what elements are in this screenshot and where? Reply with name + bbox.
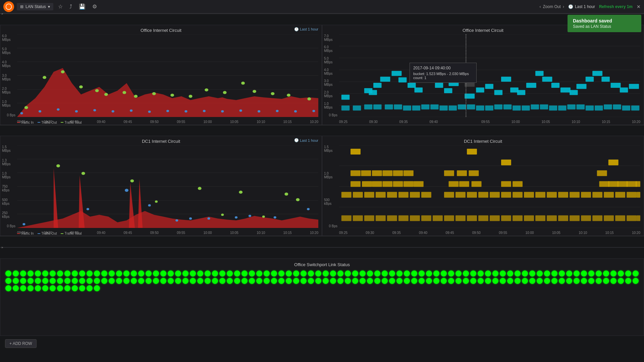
link-status-dot — [35, 285, 41, 291]
svg-rect-206 — [524, 192, 534, 198]
link-status-dot — [374, 278, 380, 284]
link-status-title: Office Switchport Link Status — [4, 262, 640, 267]
svg-point-12 — [57, 108, 59, 111]
panel-dc1-internet-heatmap: DC1 Internet Circuit 1.5 MBps 1.0 MBps 5… — [322, 136, 644, 236]
refresh-button[interactable]: Refresh every 1m — [599, 4, 633, 9]
link-status-dot — [293, 270, 299, 277]
link-status-dot — [544, 278, 550, 284]
link-status-dot — [13, 270, 19, 277]
svg-rect-202 — [478, 192, 488, 198]
svg-rect-203 — [490, 192, 500, 198]
link-status-dot — [389, 270, 395, 277]
link-status-dot — [352, 278, 358, 284]
link-status-dot — [323, 270, 329, 277]
svg-point-18 — [166, 110, 169, 112]
link-status-dot — [308, 270, 314, 277]
close-button[interactable]: ✕ — [637, 4, 641, 9]
link-status-dot — [138, 278, 144, 284]
save-notification: Dashboard saved Saved as LAN Status — [568, 15, 641, 32]
link-status-dot — [182, 270, 189, 277]
svg-point-147 — [235, 217, 237, 219]
time-range-picker[interactable]: 🕐 Last 1 hour — [568, 4, 595, 9]
svg-point-150 — [262, 216, 265, 218]
save-button[interactable]: 💾 — [77, 2, 88, 11]
svg-point-26 — [312, 110, 315, 112]
link-status-dot — [256, 270, 262, 277]
link-status-dot — [271, 278, 277, 284]
svg-rect-106 — [503, 104, 512, 109]
star-button[interactable]: ☆ — [56, 2, 65, 11]
right-arrow-icon: › — [563, 4, 564, 9]
link-status-dot — [551, 278, 557, 284]
add-row-button[interactable]: + ADD ROW — [5, 339, 37, 348]
svg-point-23 — [258, 110, 260, 112]
svg-rect-108 — [522, 105, 530, 110]
link-status-dot — [87, 285, 93, 291]
dashboard-name-btn[interactable]: ⊞ LAN Status ▾ — [17, 3, 53, 10]
link-status-dot — [559, 270, 565, 277]
svg-rect-236 — [558, 216, 568, 221]
grafana-logo[interactable] — [3, 1, 14, 12]
link-status-dot — [367, 278, 373, 284]
svg-rect-212 — [592, 192, 602, 198]
link-status-dot — [596, 270, 602, 277]
svg-rect-201 — [467, 192, 477, 198]
zoom-out-btn[interactable]: ‹ Zoom Out › — [540, 4, 564, 9]
svg-rect-96 — [412, 105, 420, 110]
legend-dot-traffic-total — [61, 122, 63, 123]
svg-rect-78 — [542, 76, 552, 81]
legend-traffic-out: Traffic Out — [38, 121, 57, 124]
link-status-dot — [42, 285, 48, 291]
link-status-dot — [603, 270, 609, 277]
link-status-dot — [79, 278, 85, 284]
link-status-dot — [382, 270, 388, 277]
svg-rect-70 — [476, 87, 484, 93]
link-status-dot — [219, 278, 225, 284]
svg-rect-225 — [433, 216, 443, 221]
link-status-dot — [544, 270, 550, 277]
link-status-dot — [64, 270, 70, 277]
svg-rect-61 — [415, 87, 423, 93]
svg-point-27 — [24, 106, 28, 109]
link-status-dot — [404, 270, 410, 277]
link-status-dot — [42, 270, 48, 277]
svg-rect-86 — [611, 83, 621, 88]
svg-rect-221 — [387, 216, 397, 221]
link-status-dot — [13, 285, 19, 291]
link-status-dot — [168, 270, 174, 277]
settings-button[interactable]: ⚙ — [90, 2, 99, 11]
link-status-dot — [352, 270, 358, 277]
link-status-dot — [625, 270, 631, 277]
panel1-time-badge[interactable]: 🕐 Last 1 hour — [294, 27, 318, 32]
svg-rect-105 — [494, 104, 502, 109]
link-status-dot — [35, 278, 41, 284]
svg-rect-87 — [620, 87, 628, 93]
link-status-dot — [116, 270, 122, 277]
save-notification-title: Dashboard saved — [573, 18, 636, 23]
clock-icon-p1: 🕐 — [294, 27, 299, 32]
bottom-bar: + ADD ROW — [0, 336, 644, 362]
share-button[interactable]: ⤴ — [67, 2, 74, 11]
link-status-dot — [426, 278, 432, 284]
svg-rect-235 — [547, 216, 557, 221]
link-status-dot — [610, 278, 616, 284]
panel3-y-axis: 1.5 MBps 1.3 MBps 1.0 MBps 750 kBps 500 … — [0, 145, 17, 228]
link-status-dot — [360, 270, 366, 277]
svg-point-134 — [22, 223, 25, 226]
svg-rect-53 — [341, 95, 350, 100]
svg-rect-222 — [398, 216, 409, 221]
link-status-dot — [160, 278, 166, 284]
svg-rect-102 — [467, 104, 475, 109]
svg-rect-226 — [444, 216, 454, 221]
panel3-time-badge[interactable]: 🕐 Last 1 hour — [294, 138, 318, 142]
svg-rect-240 — [604, 216, 614, 221]
link-status-panel: Office Switchport Link Status — [0, 258, 644, 336]
row-separator-2[interactable]: ▸ — [0, 247, 644, 248]
link-status-dot — [566, 270, 572, 277]
main-content: ▸ Office Internet Circuit 🕐 Last 1 hour … — [0, 13, 644, 362]
link-status-dot — [581, 270, 587, 277]
svg-rect-90 — [353, 105, 361, 110]
link-status-dot — [182, 278, 189, 284]
svg-rect-62 — [419, 76, 429, 81]
row-separator-1[interactable]: ▸ — [0, 13, 644, 14]
